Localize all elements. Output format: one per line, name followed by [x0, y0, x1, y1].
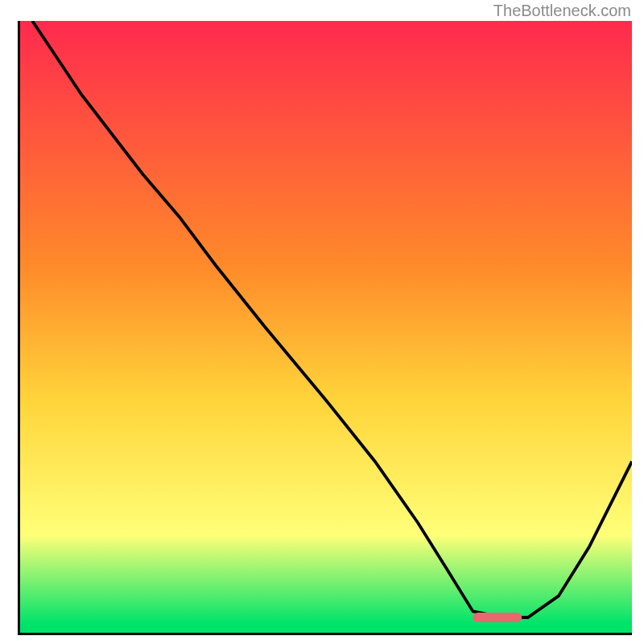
bottleneck-curve [20, 21, 632, 633]
watermark: TheBottleneck.com [493, 2, 631, 20]
optimum-marker [473, 613, 522, 622]
chart-area [18, 21, 632, 635]
